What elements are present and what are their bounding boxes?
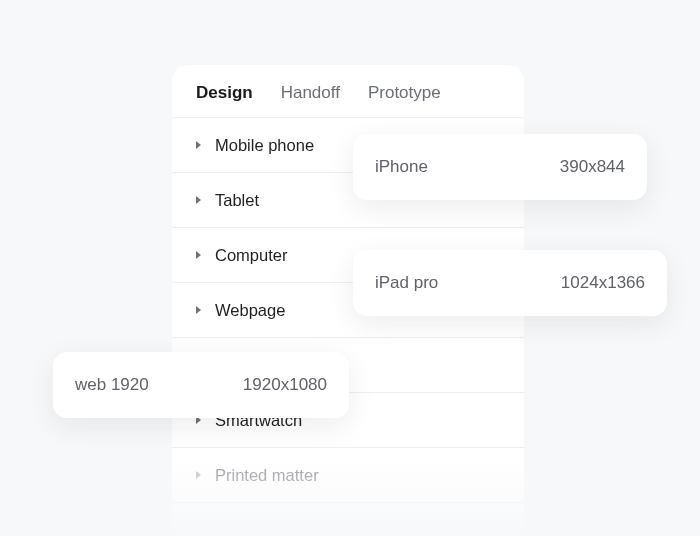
- category-printed-matter[interactable]: Printed matter: [172, 447, 524, 502]
- chevron-right-icon: [196, 471, 201, 479]
- chevron-right-icon: [196, 196, 201, 204]
- chevron-right-icon: [196, 251, 201, 259]
- category-label: Tablet: [215, 191, 259, 210]
- preset-iphone[interactable]: iPhone 390x844: [353, 134, 647, 200]
- category-label: Mobile phone: [215, 136, 314, 155]
- preset-ipad-pro[interactable]: iPad pro 1024x1366: [353, 250, 667, 316]
- preset-name: web 1920: [75, 375, 149, 395]
- category-label: Printed matter: [215, 466, 319, 485]
- preset-web-1920[interactable]: web 1920 1920x1080: [53, 352, 349, 418]
- category-more[interactable]: [172, 502, 524, 536]
- preset-name: iPhone: [375, 157, 428, 177]
- preset-dimensions: 1920x1080: [243, 375, 327, 395]
- chevron-right-icon: [196, 141, 201, 149]
- category-label: Webpage: [215, 301, 285, 320]
- preset-dimensions: 1024x1366: [561, 273, 645, 293]
- category-label: Computer: [215, 246, 287, 265]
- tab-handoff[interactable]: Handoff: [281, 83, 340, 103]
- tab-prototype[interactable]: Prototype: [368, 83, 441, 103]
- preset-dimensions: 390x844: [560, 157, 625, 177]
- tab-design[interactable]: Design: [196, 83, 253, 103]
- tabs: Design Handoff Prototype: [172, 83, 524, 117]
- chevron-right-icon: [196, 306, 201, 314]
- preset-name: iPad pro: [375, 273, 438, 293]
